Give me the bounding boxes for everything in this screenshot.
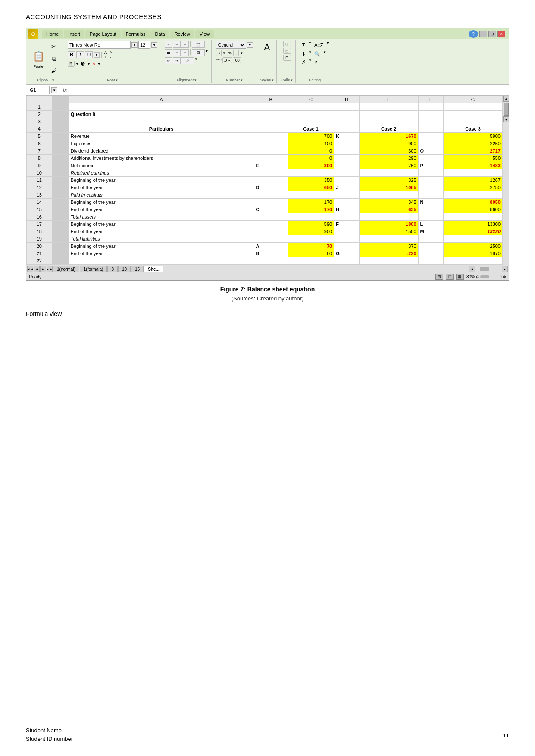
cell-a7[interactable]: Dividend declared bbox=[69, 147, 254, 155]
cell-e2[interactable] bbox=[359, 111, 418, 118]
tab-page-layout[interactable]: Page Layout bbox=[85, 30, 121, 38]
cell-g16[interactable] bbox=[444, 213, 503, 221]
cell-g5[interactable]: 5900 bbox=[444, 133, 503, 140]
cell-c2[interactable] bbox=[288, 111, 334, 118]
cell-b22[interactable] bbox=[254, 257, 288, 265]
cell-c21[interactable]: 80 bbox=[288, 250, 334, 257]
cell-a13[interactable]: Paid in capitals bbox=[69, 191, 254, 199]
clipboard-expand-icon[interactable]: ▾ bbox=[52, 78, 54, 82]
cell-f14[interactable]: N bbox=[418, 199, 444, 206]
cell-g11[interactable]: 1267 bbox=[444, 177, 503, 184]
cell-d1[interactable] bbox=[334, 103, 360, 111]
cell-c22[interactable] bbox=[288, 257, 334, 265]
cell-reference-box[interactable]: G1 bbox=[28, 86, 50, 94]
cell-d12[interactable]: J bbox=[334, 184, 360, 191]
zoom-increase-icon[interactable]: ⊕ bbox=[503, 275, 506, 279]
bold-button[interactable]: B bbox=[68, 51, 75, 58]
cell-a18[interactable]: End of the year bbox=[69, 228, 254, 235]
borders-button[interactable]: ⊞ bbox=[68, 61, 75, 67]
alignment-expand-icon[interactable]: ▾ bbox=[194, 78, 197, 82]
cell-e5[interactable]: 1670 bbox=[359, 133, 418, 140]
cell-e19[interactable] bbox=[359, 235, 418, 243]
cell-a3[interactable] bbox=[69, 118, 254, 125]
sheet-tab-10[interactable]: 10 bbox=[118, 266, 131, 272]
underline-button[interactable]: U bbox=[85, 51, 93, 58]
cell-d5[interactable]: K bbox=[334, 133, 360, 140]
find-select-button[interactable]: 🔍 bbox=[313, 50, 322, 58]
increase-indent-button[interactable]: ⇥ bbox=[173, 57, 181, 64]
next-sheet-button[interactable]: ► bbox=[40, 266, 46, 272]
cell-g3[interactable] bbox=[444, 118, 503, 125]
currency-button[interactable]: $ bbox=[216, 50, 222, 56]
office-button[interactable]: ⊙ bbox=[28, 29, 38, 39]
fill-button[interactable]: ⬇ bbox=[300, 50, 307, 58]
cell-b20[interactable]: A bbox=[254, 243, 288, 250]
scroll-up-arrow[interactable]: ▲ bbox=[503, 96, 509, 102]
font-name-input[interactable] bbox=[68, 41, 131, 49]
cell-g2[interactable] bbox=[444, 111, 503, 118]
cell-a22[interactable] bbox=[69, 257, 254, 265]
cell-e13[interactable] bbox=[359, 191, 418, 199]
cell-e12[interactable]: 1085 bbox=[359, 184, 418, 191]
cell-f10[interactable] bbox=[418, 169, 444, 177]
font-color-dropdown-icon[interactable]: ▼ bbox=[97, 62, 101, 66]
cell-e15[interactable]: 635 bbox=[359, 206, 418, 213]
currency-dropdown-icon[interactable]: ▼ bbox=[222, 51, 226, 55]
cell-b3[interactable] bbox=[254, 118, 288, 125]
scroll-thumb[interactable] bbox=[504, 103, 509, 116]
cell-a8[interactable]: Additional investments by shareholders bbox=[69, 155, 254, 162]
cell-a6[interactable]: Expenses bbox=[69, 140, 254, 147]
cell-b10[interactable] bbox=[254, 169, 288, 177]
cell-f6[interactable] bbox=[418, 140, 444, 147]
cell-e16[interactable] bbox=[359, 213, 418, 221]
cell-d11[interactable] bbox=[334, 177, 360, 184]
comma-button[interactable]: , bbox=[235, 50, 239, 56]
cell-g18[interactable]: 13220 bbox=[444, 228, 503, 235]
cell-c12[interactable]: 650 bbox=[288, 184, 334, 191]
formula-input[interactable] bbox=[70, 87, 507, 93]
cell-d10[interactable] bbox=[334, 169, 360, 177]
cell-g9[interactable]: 1483 bbox=[444, 162, 503, 169]
clear-dropdown-icon[interactable]: ▼ bbox=[308, 59, 312, 66]
minimize-button[interactable]: – bbox=[479, 31, 487, 37]
cell-g21[interactable]: 1870 bbox=[444, 250, 503, 257]
cell-a17[interactable]: Beginning of the year bbox=[69, 221, 254, 228]
font-size-input[interactable] bbox=[138, 41, 150, 49]
font-name-dropdown-icon[interactable]: ▼ bbox=[131, 42, 138, 48]
scroll-sheets-right[interactable]: ► bbox=[502, 266, 508, 272]
cell-g7[interactable]: 2717 bbox=[444, 147, 503, 155]
cell-g19[interactable] bbox=[444, 235, 503, 243]
zoom-slider-thumb[interactable] bbox=[481, 275, 489, 278]
cell-c10[interactable] bbox=[288, 169, 334, 177]
cell-b13[interactable] bbox=[254, 191, 288, 199]
cell-e21[interactable]: -220 bbox=[359, 250, 418, 257]
cell-f1[interactable] bbox=[418, 103, 444, 111]
cell-b2[interactable] bbox=[254, 111, 288, 118]
cell-a19[interactable]: Total liabilities bbox=[69, 235, 254, 243]
cell-a14[interactable]: Beginning of the year bbox=[69, 199, 254, 206]
col-header-a[interactable]: A bbox=[69, 96, 254, 103]
styles-expand-icon[interactable]: ▾ bbox=[272, 78, 274, 82]
autosum-dropdown-icon[interactable]: ▼ bbox=[308, 41, 312, 50]
cell-b4[interactable] bbox=[254, 125, 288, 133]
cell-g8[interactable]: 550 bbox=[444, 155, 503, 162]
cell-c3[interactable] bbox=[288, 118, 334, 125]
cell-a20[interactable]: Beginning of the year bbox=[69, 243, 254, 250]
cell-e22[interactable] bbox=[359, 257, 418, 265]
cell-e10[interactable] bbox=[359, 169, 418, 177]
cell-e8[interactable]: 290 bbox=[359, 155, 418, 162]
number-format-select[interactable]: General bbox=[216, 41, 246, 49]
styles-button[interactable]: A bbox=[262, 41, 272, 54]
cell-d16[interactable] bbox=[334, 213, 360, 221]
first-sheet-button[interactable]: ◄◄ bbox=[27, 266, 33, 272]
tab-data[interactable]: Data bbox=[150, 30, 169, 38]
cell-d22[interactable] bbox=[334, 257, 360, 265]
cell-f11[interactable] bbox=[418, 177, 444, 184]
cell-c7[interactable]: 0 bbox=[288, 147, 334, 155]
cell-a21[interactable]: End of the year bbox=[69, 250, 254, 257]
cell-f13[interactable] bbox=[418, 191, 444, 199]
help-button[interactable]: ? bbox=[469, 30, 478, 38]
cell-d3[interactable] bbox=[334, 118, 360, 125]
cell-c14[interactable]: 170 bbox=[288, 199, 334, 206]
find-replace-button[interactable]: ↺ bbox=[313, 59, 319, 66]
